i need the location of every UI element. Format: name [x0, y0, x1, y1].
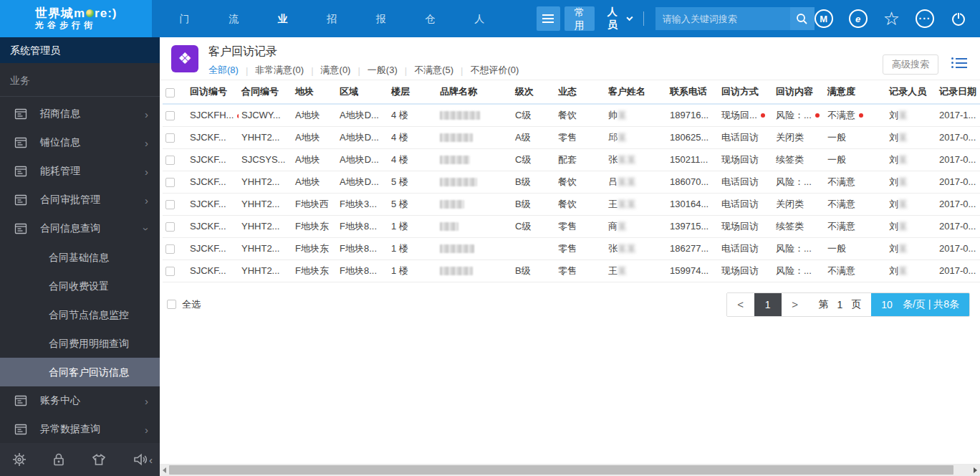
- chevron-icon: ›: [140, 227, 153, 231]
- cell-satisfaction: 不满意: [825, 193, 886, 215]
- prev-page-button[interactable]: <: [727, 293, 754, 316]
- sidebar-section-label: 业务: [0, 63, 160, 96]
- logo-line2: 光谷步行街: [35, 21, 117, 31]
- cell-recorder: 刘某: [886, 171, 936, 193]
- sidebar-subitem[interactable]: 合同基础信息: [0, 243, 160, 272]
- filter-tab[interactable]: 不满意(5): [414, 64, 453, 77]
- top-menu-item[interactable]: 人事: [458, 0, 508, 37]
- masked-text: 某: [898, 110, 908, 120]
- pagination: < 1 > 第 1 页 10 条/页 | 共8条: [726, 292, 970, 317]
- cell-phone: 189716...: [667, 104, 719, 126]
- row-checkbox[interactable]: [165, 267, 175, 276]
- scroll-right-icon[interactable]: [974, 467, 977, 473]
- cell-plot: F地块东: [292, 237, 337, 260]
- sidebar-subitem[interactable]: 合同收费设置: [0, 272, 160, 300]
- row-checkbox[interactable]: [165, 111, 175, 120]
- cell-recorder: 刘某: [886, 104, 936, 126]
- select-all-checkbox[interactable]: [167, 300, 176, 309]
- row-checkbox[interactable]: [165, 244, 175, 254]
- row-checkbox[interactable]: [165, 156, 175, 165]
- content-header: ❖ 客户回访记录 全部(8)|非常满意(0)|满意(0)|一般(3)|不满意(5…: [160, 37, 980, 80]
- sidebar-item[interactable]: 账务中心›: [0, 386, 160, 415]
- settings-gear-icon[interactable]: [11, 452, 27, 467]
- more-options-icon[interactable]: ···: [916, 9, 934, 28]
- filter-tab[interactable]: 不想评价(0): [470, 64, 519, 77]
- cell-customer: 商某: [605, 215, 667, 237]
- sidebar-item[interactable]: 合同信息查询›: [0, 214, 160, 243]
- favorite-star-icon[interactable]: ☆: [883, 8, 900, 30]
- column-header: 合同编号: [239, 80, 292, 104]
- m-badge-icon[interactable]: M: [815, 9, 833, 28]
- sidebar-subitem[interactable]: 合同客户回访信息: [0, 358, 160, 386]
- document-icon: [14, 423, 27, 436]
- cell-floor: 5 楼: [388, 171, 437, 193]
- header-checkbox[interactable]: [165, 88, 175, 97]
- select-all[interactable]: 全选: [167, 298, 201, 311]
- cell-contract_no: YHHT2...: [239, 260, 292, 282]
- top-menu-item[interactable]: 仓库: [410, 0, 459, 37]
- theme-shirt-icon[interactable]: [90, 452, 107, 467]
- power-icon[interactable]: [950, 10, 967, 27]
- table-row: SJCKF...YHHT2...F地块西F地块3...5 楼B级餐饮王某某130…: [163, 193, 980, 215]
- e-message-icon[interactable]: e: [849, 9, 868, 28]
- top-menu-item[interactable]: 业务: [262, 0, 312, 37]
- top-menu-item[interactable]: 门户: [163, 0, 213, 37]
- user-role-label: 系统管理员: [0, 37, 160, 63]
- top-menu-item[interactable]: 报表: [360, 0, 410, 37]
- masked-brand-name: [440, 156, 470, 164]
- cell-phone: 130164...: [667, 193, 719, 215]
- logo-line1: 世界城mre:): [35, 6, 117, 21]
- table-row: SJCKF...YHHT2...F地块东F地块8...1 楼零售张某某18627…: [163, 237, 980, 260]
- cell-satisfaction: 不满意: [825, 171, 886, 193]
- next-page-button[interactable]: >: [782, 293, 809, 316]
- table-row: SJCKF...SJCSYS...A地块A地块D...4 楼C级配套张某某150…: [163, 148, 980, 171]
- search-input[interactable]: [655, 7, 790, 30]
- column-header: 记录人员: [886, 80, 936, 104]
- top-menu-item[interactable]: 招采: [311, 0, 360, 37]
- page-number[interactable]: 1: [837, 299, 843, 310]
- collapse-sidebar-icon[interactable]: ‹: [149, 454, 153, 466]
- row-checkbox[interactable]: [165, 133, 175, 143]
- sound-icon[interactable]: [132, 452, 149, 467]
- sidebar-item[interactable]: 招商信息›: [0, 100, 160, 128]
- cell-visit_method: 电话回访: [719, 193, 773, 215]
- list-view-icon[interactable]: [951, 57, 967, 70]
- cell-record_date: 2017-0...: [936, 260, 980, 282]
- advanced-search-button[interactable]: 高级搜索: [883, 54, 938, 75]
- current-page-button[interactable]: 1: [754, 293, 782, 316]
- page-size-value: 10: [881, 299, 893, 310]
- sidebar-item[interactable]: 合同审批管理›: [0, 186, 160, 214]
- app-logo[interactable]: 世界城mre:) 光谷步行街: [0, 0, 152, 37]
- scroll-left-icon[interactable]: [163, 467, 166, 473]
- filter-tab[interactable]: 非常满意(0): [255, 64, 304, 77]
- horizontal-scrollbar[interactable]: [160, 464, 980, 476]
- sidebar-item-label: 合同信息查询: [40, 222, 145, 235]
- sidebar-subitem[interactable]: 合同费用明细查询: [0, 329, 160, 358]
- sidebar-item-label: 招商信息: [40, 108, 145, 120]
- top-menu-item[interactable]: 流程: [213, 0, 262, 37]
- sidebar-item[interactable]: 能耗管理›: [0, 157, 160, 186]
- lock-icon[interactable]: [52, 452, 66, 467]
- search-button[interactable]: [790, 7, 815, 30]
- row-checkbox[interactable]: [165, 222, 175, 232]
- sidebar-item[interactable]: 铺位信息›: [0, 128, 160, 157]
- masked-text: 某: [898, 199, 908, 209]
- module-cubes-icon: ❖: [171, 45, 198, 72]
- tab-separator: |: [461, 65, 463, 76]
- scrollbar-thumb[interactable]: [169, 465, 953, 475]
- cell-contract_no: SJCWY...: [239, 104, 292, 126]
- row-checkbox[interactable]: [165, 200, 175, 209]
- hamburger-menu-button[interactable]: [537, 6, 560, 31]
- page-size-selector[interactable]: 10 条/页 | 共8条: [871, 293, 969, 316]
- row-checkbox[interactable]: [165, 178, 175, 187]
- person-dropdown[interactable]: 人员: [607, 6, 632, 32]
- filter-tab[interactable]: 满意(0): [321, 64, 351, 77]
- filter-tab[interactable]: 一般(3): [368, 64, 398, 77]
- masked-brand-name: [440, 111, 480, 120]
- cell-visit_content: 风险：...: [773, 237, 825, 260]
- sidebar-subitem[interactable]: 合同节点信息监控: [0, 300, 160, 329]
- sidebar-item[interactable]: 异常数据查询›: [0, 415, 160, 444]
- cell-business: 餐饮: [555, 171, 605, 193]
- filter-tab[interactable]: 全部(8): [208, 64, 239, 77]
- quick-access-button[interactable]: 常用: [565, 6, 595, 31]
